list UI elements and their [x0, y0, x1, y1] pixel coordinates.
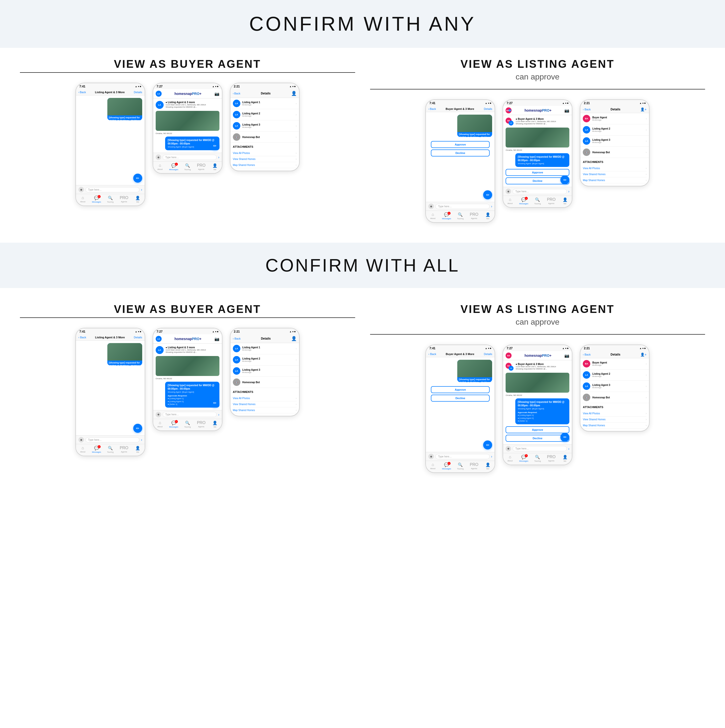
participant-bot-12[interactable]: 🤖 Homesnap Bot › — [580, 392, 649, 403]
send-btn-11[interactable]: › — [568, 447, 569, 451]
attach-btn-2[interactable]: ⊕ — [156, 154, 161, 160]
participant-la3-9[interactable]: LA Listing Agent 3 Brokerage › — [230, 366, 299, 377]
message-input-5[interactable]: Type here… — [513, 189, 566, 194]
participant-ba-12[interactable]: BA Buyer Agent Brokerage › — [580, 358, 649, 370]
nav-details-10[interactable]: Details — [484, 353, 492, 356]
details-right-12[interactable]: 👤+ — [640, 353, 647, 356]
edit-fab-11[interactable]: ✏ — [560, 433, 569, 442]
attach-btn-4[interactable]: ⊕ — [428, 203, 434, 209]
tab-agents-10[interactable]: PRO Agents — [467, 462, 481, 470]
participant-la3[interactable]: LA Listing Agent 3 Brokerage › — [230, 120, 299, 132]
tab-agents-5[interactable]: PRO Agents — [545, 197, 558, 205]
participant-ba[interactable]: BA Buyer Agent Brokerage › — [580, 113, 649, 124]
participant-la2-9[interactable]: LA Listing Agent 2 Brokerage › — [230, 354, 299, 366]
nav-details-1[interactable]: Details — [134, 91, 142, 94]
message-input-4[interactable]: Type here… — [435, 204, 489, 209]
participant-la3-6[interactable]: LA Listing Agent 3 Brokerage › — [580, 136, 649, 147]
attachment-photos-6[interactable]: View All Photos › — [583, 165, 647, 171]
send-btn-2[interactable]: › — [218, 155, 220, 159]
tab-me-10[interactable]: 👤 Me — [481, 462, 495, 470]
edit-fab-2[interactable]: ✏ — [211, 141, 220, 150]
attachment-shared-homes-9[interactable]: View Shared Homes › — [233, 401, 297, 407]
attachment-map-12[interactable]: Map Shared Homes › — [583, 422, 647, 428]
decline-btn-all[interactable]: Decline — [431, 395, 490, 402]
attachment-photos-3[interactable]: View All Photos › — [233, 150, 297, 156]
tab-touring-10[interactable]: 🔍 Touring — [453, 462, 467, 470]
nav-details-7[interactable]: Details — [134, 336, 142, 339]
decline-btn-11[interactable]: Decline — [505, 435, 569, 442]
back-btn-9[interactable]: ‹ Back — [233, 337, 241, 340]
tab-about-5[interactable]: ⌂ About — [503, 197, 517, 205]
tab-messages-1[interactable]: 💬 2 Messages — [90, 196, 103, 203]
tab-me-7[interactable]: 👤 Me — [131, 446, 145, 453]
attach-btn-1[interactable]: ⊕ — [78, 187, 84, 192]
back-btn-3[interactable]: ‹ Back — [233, 92, 240, 95]
tab-messages-4[interactable]: 💬 2 Messages — [440, 212, 453, 220]
participant-la2-6[interactable]: LA Listing Agent 2 Brokerage › — [580, 124, 649, 136]
message-input-8[interactable]: Type here… — [163, 412, 217, 417]
tab-me-1[interactable]: 👤 Me — [131, 196, 145, 203]
approve-btn-any[interactable]: Approve — [431, 141, 490, 148]
tab-about-11[interactable]: ⌂ About — [503, 455, 517, 462]
edit-fab-10[interactable]: ✏ — [483, 440, 492, 450]
back-button-10[interactable]: ‹ Back — [428, 353, 436, 356]
attach-btn-10[interactable]: ⊕ — [428, 454, 434, 459]
tab-messages-10[interactable]: 💬 2 Messages — [440, 462, 453, 470]
edit-fab-1[interactable]: ✏ — [133, 174, 142, 183]
participant-la1-9[interactable]: LA Listing Agent 1 Brokerage › — [230, 343, 299, 354]
tab-about-4[interactable]: ⌂ About — [426, 212, 440, 220]
message-input-2[interactable]: Type here… — [163, 155, 217, 160]
attachment-shared-homes-3[interactable]: View Shared Homes › — [233, 156, 297, 162]
tab-touring-11[interactable]: 🔍 Touring — [531, 455, 545, 462]
tab-me-11[interactable]: 👤 Me — [558, 455, 572, 462]
back-btn-6[interactable]: ‹ Back — [583, 108, 591, 111]
attach-btn-11[interactable]: ⊕ — [505, 446, 511, 451]
tab-agents-4[interactable]: PRO Agents — [467, 212, 481, 220]
tab-touring-1[interactable]: 🔍 Touring — [103, 196, 117, 203]
tab-agents-8[interactable]: PRO Agents — [194, 421, 208, 428]
send-btn-1[interactable]: › — [141, 188, 142, 191]
attachment-map-6[interactable]: Map Shared Homes › — [583, 177, 647, 184]
tab-agents-11[interactable]: PRO Agents — [545, 455, 558, 462]
tab-me-4[interactable]: 👤 Me — [481, 212, 495, 220]
tab-touring-5[interactable]: 🔍 Touring — [531, 197, 545, 205]
attachment-shared-homes-6[interactable]: View Shared Homes › — [583, 171, 647, 177]
edit-fab-7[interactable]: ✏ — [133, 424, 142, 433]
tab-messages-8[interactable]: 💬 2 Messages — [167, 421, 180, 428]
send-btn-4[interactable]: › — [491, 204, 492, 208]
attach-btn-7[interactable]: ⊕ — [78, 437, 84, 442]
back-button-1[interactable]: ‹ Back — [78, 91, 86, 94]
tab-touring-8[interactable]: 🔍 Touring — [180, 421, 194, 428]
edit-fab-4[interactable]: ✏ — [483, 190, 492, 199]
attach-btn-5[interactable]: ⊕ — [505, 189, 511, 194]
message-input-1[interactable]: Type here… — [85, 187, 139, 192]
tab-touring-4[interactable]: 🔍 Touring — [453, 212, 467, 220]
attachment-photos-9[interactable]: View All Photos › — [233, 395, 297, 401]
tab-me-8[interactable]: 👤 Me — [208, 421, 222, 428]
message-input-10[interactable]: Type here… — [435, 454, 489, 459]
participant-la1[interactable]: LA Listing Agent 1 Brokerage › — [230, 98, 299, 109]
message-input-11[interactable]: Type here… — [513, 446, 566, 451]
camera-icon-2[interactable]: 📷 — [214, 92, 220, 96]
attachment-shared-homes-12[interactable]: View Shared Homes › — [583, 417, 647, 422]
tab-about-1[interactable]: ⌂ About — [76, 196, 90, 203]
participant-bot[interactable]: 🤖 Homesnap Bot › — [230, 132, 299, 143]
camera-icon-5[interactable]: 📷 — [564, 108, 569, 113]
participant-la2-12[interactable]: LA Listing Agent 2 Brokerage › — [580, 370, 649, 381]
back-button-4[interactable]: ‹ Back — [428, 107, 436, 110]
attachment-photos-12[interactable]: View All Photos › — [583, 411, 647, 417]
details-right-6[interactable]: 👤+ — [640, 107, 647, 112]
tab-agents-1[interactable]: PRO Agents — [117, 196, 131, 203]
send-btn-8[interactable]: › — [218, 413, 220, 417]
tab-touring-2[interactable]: 🔍 Touring — [180, 163, 194, 171]
back-btn-12[interactable]: ‹ Back — [583, 353, 591, 356]
nav-details-4[interactable]: Details — [484, 107, 492, 110]
approve-btn-11[interactable]: Approve — [505, 426, 569, 433]
tab-messages-11[interactable]: 💬 2 Messages — [517, 455, 531, 462]
edit-fab-8[interactable]: ✏ — [211, 399, 220, 408]
camera-icon-11[interactable]: 📷 — [564, 353, 569, 358]
approve-btn-all[interactable]: Approve — [431, 386, 490, 393]
participant-bot-9[interactable]: 🤖 Homesnap Bot › — [230, 377, 299, 388]
send-btn-5[interactable]: › — [568, 190, 569, 193]
tab-agents-7[interactable]: PRO Agents — [117, 446, 131, 453]
